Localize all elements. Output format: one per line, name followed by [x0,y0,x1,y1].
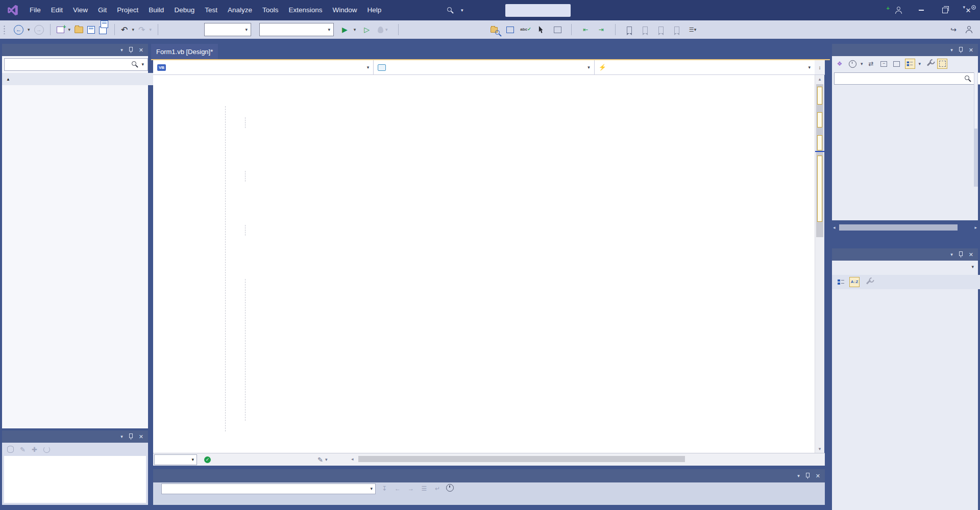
solution-configuration-dropdown[interactable]: ▾ [204,23,251,36]
pending-changes-filter-icon[interactable] [848,59,857,68]
properties-object-dropdown[interactable]: ▾ [832,263,978,272]
word-wrap-icon[interactable]: ↵ [433,485,442,492]
properties-pin-icon[interactable] [959,251,963,258]
spell-check-icon[interactable]: abc✓ [522,26,530,34]
toolbox-title-bar[interactable]: ▾ ✕ [2,44,148,56]
solution-explorer-vertical-scrollbar[interactable] [974,72,978,187]
toolbar-overflow-button[interactable]: ☰▾ [689,26,697,34]
next-message-icon[interactable]: → [406,485,415,492]
user-avatar-icon[interactable] [895,7,902,14]
object-dropdown[interactable]: ▾ [374,60,594,74]
solution-explorer-horizontal-scrollbar[interactable]: ◂ ▸ [832,223,978,232]
tab-options-gear-icon[interactable] [970,4,977,11]
solution-explorer-title-bar[interactable]: ▾ ✕ [832,44,978,56]
undo-button[interactable]: ↶ [121,25,128,35]
editor-splitter-handle[interactable]: ↕ [815,60,825,75]
format-document-icon[interactable] [553,26,561,34]
add-data-source-icon[interactable] [7,446,14,453]
start-without-debugging-button[interactable]: ▷ [364,26,370,33]
alphabetical-icon[interactable]: A↓Z [849,277,860,287]
horizontal-scrollbar-thumb[interactable] [358,456,685,462]
output-pin-icon[interactable] [806,473,810,479]
find-message-icon[interactable]: ↧ [380,485,389,492]
navigate-backward-button[interactable]: ← [14,25,23,35]
categorized-icon[interactable] [836,277,845,287]
sync-with-active-document-icon[interactable]: ⇄ [867,59,876,68]
toggle-timestamp-clock-icon[interactable] [446,484,454,493]
properties-menu-caret-icon[interactable]: ▾ [950,252,953,257]
code-cleanup-button[interactable]: ✎ ▾ [317,453,327,466]
solution-explorer-menu-caret-icon[interactable]: ▾ [950,48,953,53]
open-file-button[interactable] [75,27,83,33]
health-indicator[interactable]: ✓ [204,453,214,466]
toolbox-menu-caret-icon[interactable]: ▾ [120,48,123,53]
menu-window[interactable]: Window [328,0,362,20]
data-sources-pin-icon[interactable] [129,434,133,440]
properties-wrench-icon[interactable] [924,59,934,68]
scroll-left-arrow-icon[interactable]: ◂ [351,456,354,462]
properties-close-icon[interactable]: ✕ [969,252,973,258]
hot-reload-button[interactable]: ▾ [378,27,388,33]
save-all-button[interactable] [99,25,108,34]
redo-caret-icon[interactable]: ▾ [149,28,152,32]
doc-tab-form1-vb-design[interactable]: Form1.vb [Design]* [151,44,218,59]
find-in-files-icon[interactable] [490,26,498,34]
collapse-all-icon[interactable]: − [879,59,889,68]
menu-extensions[interactable]: Extensions [284,0,328,20]
data-sources-menu-caret-icon[interactable]: ▾ [120,435,123,439]
project-dropdown[interactable]: VB ▾ [153,60,374,74]
clear-bookmarks-icon[interactable] [673,26,681,34]
data-sources-title-bar[interactable]: ▾ ✕ [2,430,148,443]
previous-bookmark-icon[interactable] [641,26,649,34]
titlebar-search[interactable]: ▾ [447,0,463,20]
menu-analyze[interactable]: Analyze [223,0,257,20]
menu-debug[interactable]: Debug [169,0,200,20]
clear-all-icon[interactable]: ☰ [420,485,429,492]
menu-project[interactable]: Project [112,0,143,20]
toolbox-close-icon[interactable]: ✕ [139,47,143,53]
indent-decrease-icon[interactable]: ⇤ [581,26,590,34]
menu-view[interactable]: View [68,0,93,20]
indent-increase-icon[interactable]: ⇥ [597,26,605,34]
new-project-button[interactable] [57,27,64,33]
output-close-icon[interactable]: ✕ [816,473,820,479]
preview-selected-items-icon[interactable] [905,59,915,69]
event-dropdown[interactable]: ⚡ ▾ [595,60,815,74]
scroll-left-arrow-icon[interactable]: ◂ [833,225,836,230]
toolbar-drag-handle[interactable] [3,25,6,34]
menu-test[interactable]: Test [200,0,223,20]
navigate-back-caret-icon[interactable]: ▾ [28,28,30,32]
zoom-level-dropdown[interactable]: ▾ [154,454,197,465]
previous-message-icon[interactable]: ← [393,485,402,492]
filter-caret-icon[interactable]: ▾ [861,62,863,66]
live-share-icon[interactable] [965,26,973,34]
data-sources-close-icon[interactable]: ✕ [139,434,143,440]
refresh-icon[interactable] [43,446,50,453]
save-button[interactable] [87,26,95,34]
edit-data-source-icon[interactable]: ✎ [20,446,26,453]
solution-explorer-pin-icon[interactable] [959,47,963,53]
add-item-icon[interactable]: ✚ [32,446,37,453]
menu-help[interactable]: Help [362,0,387,20]
code-window-icon[interactable] [506,26,514,34]
start-debugging-button[interactable]: ▶ ▾ [342,26,356,33]
toolbox-section-general[interactable]: ▲ [2,73,156,85]
search-caret-icon[interactable]: ▾ [461,8,463,13]
redo-button[interactable]: ↷ [138,25,145,35]
output-title-bar[interactable]: ▾ ✕ [153,469,825,482]
preview-caret-icon[interactable]: ▾ [919,62,921,66]
scroll-down-arrow-icon[interactable]: ▾ [815,445,824,453]
toolbox-search-input[interactable]: ▾ [4,58,148,71]
scroll-up-arrow-icon[interactable]: ▴ [815,75,824,83]
select-pointer-icon[interactable] [537,26,546,34]
share-icon[interactable]: ↪ [950,26,957,34]
menu-file[interactable]: File [24,0,46,20]
output-source-dropdown[interactable]: ▾ [161,483,376,494]
solution-explorer-close-icon[interactable]: ✕ [969,47,973,53]
output-menu-caret-icon[interactable]: ▾ [797,474,800,478]
properties-title-bar[interactable]: ▾ ✕ [832,248,978,261]
toggle-bookmark-icon[interactable] [625,26,633,34]
undo-caret-icon[interactable]: ▾ [132,28,134,32]
show-all-files-icon[interactable] [937,59,947,69]
horizontal-scrollbar-thumb[interactable] [839,224,958,231]
